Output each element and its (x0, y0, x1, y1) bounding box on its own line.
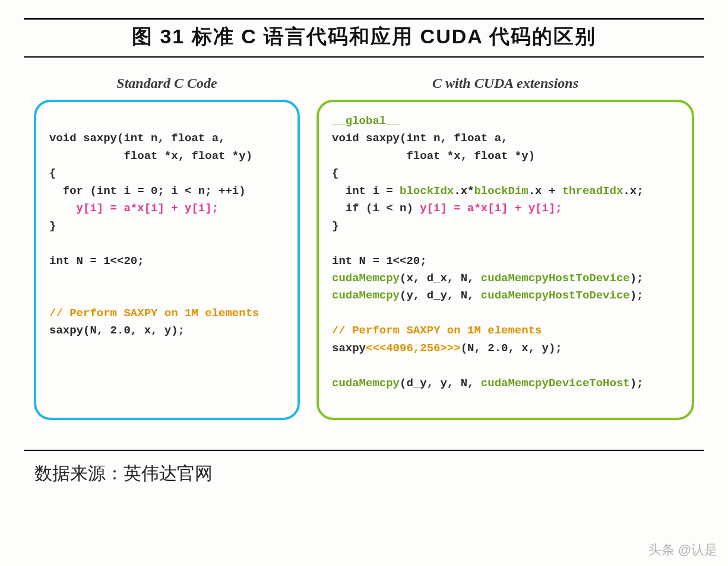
code-token: int N = 1<<20; (332, 255, 427, 268)
standard-c-panel: void saxpy(int n, float a, float *x, flo… (34, 100, 300, 420)
code-token: (N, 2.0, x, y); (461, 342, 562, 355)
code-line: __global__ (332, 115, 400, 128)
code-token: // Perform SAXPY on 1M elements (332, 324, 542, 337)
cuda-panel: __global__ void saxpy(int n, float a, fl… (316, 100, 694, 420)
code-line: void saxpy(int n, float a, (49, 132, 225, 145)
code-line: float *x, float *y) (332, 150, 535, 163)
bottom-rule (24, 450, 704, 451)
code-token: ); (630, 377, 644, 390)
watermark: 头条 @认是 (648, 541, 717, 559)
code-line: for (int i = 0; i < n; ++i) (49, 185, 246, 198)
code-line: // Perform SAXPY on 1M elements (49, 307, 259, 320)
code-token: ); (630, 272, 644, 285)
code-line: y[i] = a*x[i] + y[i]; (49, 202, 219, 215)
cuda-code: __global__ void saxpy(int n, float a, fl… (332, 113, 679, 392)
code-line: // Perform SAXPY on 1M elements (332, 324, 542, 337)
code-line: int N = 1<<20; (49, 255, 144, 268)
code-token: { (332, 167, 338, 180)
code-token: blockIdx (400, 185, 454, 198)
code-token: if (i < n) (332, 202, 420, 215)
code-token: y[i] = a*x[i] + y[i]; (420, 202, 562, 215)
code-token: int i = (332, 185, 400, 198)
code-line: float *x, float *y) (49, 150, 252, 163)
code-token: (y, d_y, N, (400, 289, 481, 302)
source-line: 数据来源：英伟达官网 (0, 456, 728, 486)
code-line: int N = 1<<20; (332, 255, 427, 268)
code-line: } (332, 220, 338, 233)
code-token: .x + (528, 185, 562, 198)
code-line: void saxpy(int n, float a, (332, 132, 508, 145)
code-token: .x* (454, 185, 474, 198)
left-column: Standard C Code void saxpy(int n, float … (34, 75, 300, 420)
code-token: (x, d_x, N, (400, 272, 481, 285)
code-token: saxpy (332, 342, 366, 355)
code-line: { (49, 167, 56, 180)
code-token: cudaMemcpy (332, 289, 400, 302)
code-line: int i = blockIdx.x*blockDim.x + threadId… (332, 185, 644, 198)
right-column: C with CUDA extensions __global__ void s… (316, 75, 694, 420)
code-token: threadIdx (562, 185, 623, 198)
figure-title: 图 31 标准 C 语言代码和应用 CUDA 代码的区别 (24, 23, 704, 50)
code-line: } (49, 220, 56, 233)
code-token: .x; (623, 185, 643, 198)
code-token: cudaMemcpy (332, 272, 400, 285)
panels-row: Standard C Code void saxpy(int n, float … (24, 75, 704, 420)
left-heading: Standard C Code (116, 75, 217, 91)
right-heading: C with CUDA extensions (432, 75, 578, 91)
standard-c-code: void saxpy(int n, float a, float *x, flo… (49, 113, 284, 340)
code-token: <<<4096,256>>> (366, 342, 461, 355)
code-token: float *x, float *y) (332, 150, 535, 163)
code-token: ); (630, 289, 644, 302)
code-token: cudaMemcpy (332, 377, 400, 390)
code-token: blockDim (474, 185, 528, 198)
code-token: void saxpy(int n, float a, (332, 132, 508, 145)
code-token: (d_y, y, N, (400, 377, 481, 390)
code-line: cudaMemcpy(x, d_x, N, cudaMemcpyHostToDe… (332, 272, 644, 285)
code-line: saxpy<<<4096,256>>>(N, 2.0, x, y); (332, 342, 562, 355)
code-line: saxpy(N, 2.0, x, y); (49, 324, 185, 337)
code-token: cudaMemcpyDeviceToHost (481, 377, 630, 390)
code-line: if (i < n) y[i] = a*x[i] + y[i]; (332, 202, 562, 215)
code-line: { (332, 167, 338, 180)
code-line: cudaMemcpy(y, d_y, N, cudaMemcpyHostToDe… (332, 289, 644, 302)
code-token: } (332, 220, 338, 233)
code-line: cudaMemcpy(d_y, y, N, cudaMemcpyDeviceTo… (332, 377, 644, 390)
code-token: cudaMemcpyHostToDevice (481, 289, 630, 302)
code-token: __global__ (332, 115, 400, 128)
figure-title-block: 图 31 标准 C 语言代码和应用 CUDA 代码的区别 (24, 18, 704, 58)
code-token: cudaMemcpyHostToDevice (481, 272, 630, 285)
